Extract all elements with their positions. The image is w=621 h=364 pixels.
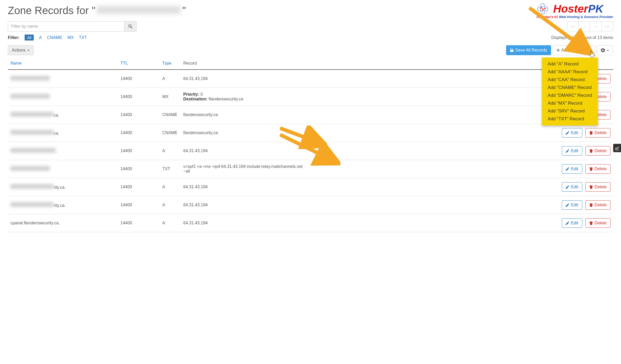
cell-type: MX bbox=[160, 88, 181, 106]
cell-ttl: 14400 bbox=[118, 214, 160, 232]
edit-button[interactable]: Edit bbox=[562, 200, 582, 210]
actions-dropdown-button[interactable]: Actions ▼ bbox=[8, 45, 34, 55]
cell-type: TXT bbox=[160, 160, 181, 178]
redacted-name bbox=[10, 166, 50, 171]
delete-button[interactable]: Delete bbox=[585, 200, 611, 210]
dropdown-item[interactable]: Add "TXT" Record bbox=[542, 115, 598, 123]
filter-input[interactable] bbox=[8, 21, 124, 32]
dropdown-item[interactable]: Add "CAA" Record bbox=[542, 76, 598, 84]
edit-button[interactable]: Edit bbox=[562, 146, 582, 156]
pager-first[interactable]: << bbox=[567, 21, 579, 31]
dropdown-item[interactable]: Add "MX" Record bbox=[542, 99, 598, 107]
table-row: 14400MXPriority: 0Destination: flanderss… bbox=[8, 88, 613, 106]
cell-type: A bbox=[160, 178, 181, 196]
svg-line-4 bbox=[131, 27, 132, 29]
cell-type: CNAME bbox=[160, 124, 181, 142]
cell-record: 64.31.43.194 bbox=[181, 70, 559, 88]
cell-ttl: 14400 bbox=[118, 142, 160, 160]
redacted-name bbox=[10, 76, 50, 81]
delete-button[interactable]: Delete bbox=[585, 164, 611, 174]
save-all-button[interactable]: Save All Records bbox=[506, 45, 551, 55]
cell-ttl: 14400 bbox=[118, 196, 160, 214]
cell-record: flanderssecurity.ca bbox=[181, 124, 559, 142]
chart-line-icon bbox=[615, 146, 619, 150]
plus-icon bbox=[557, 49, 560, 52]
svg-point-2 bbox=[540, 4, 545, 14]
filter-mx[interactable]: MX bbox=[68, 35, 74, 40]
edit-button[interactable]: Edit bbox=[562, 182, 582, 192]
redacted-name bbox=[10, 112, 54, 117]
trash-icon bbox=[589, 149, 593, 153]
table-row: .14400A64.31.43.194EditDelete bbox=[8, 142, 613, 160]
filter-txt[interactable]: TXT bbox=[79, 35, 87, 40]
pencil-icon bbox=[566, 167, 569, 171]
add-record-caret-button[interactable]: ▼ bbox=[587, 45, 595, 55]
delete-button[interactable]: Delete bbox=[585, 218, 611, 228]
dropdown-item[interactable]: Add "DMARC" Record bbox=[542, 92, 598, 99]
logo-tagline-1: Pakistan's #1 bbox=[536, 15, 558, 19]
type-filters: Filter: AllACNAMEMXTXT bbox=[8, 35, 92, 40]
redacted-name bbox=[10, 202, 54, 207]
svg-point-3 bbox=[129, 25, 131, 27]
logo-tagline-2: Web Hosting & Domains Provider bbox=[559, 15, 613, 19]
filter-a[interactable]: A bbox=[39, 35, 42, 40]
edit-button[interactable]: Edit bbox=[562, 218, 582, 228]
pencil-icon bbox=[566, 203, 569, 207]
logo: HosterPK Pakistan's #1 Web Hosting & Dom… bbox=[536, 3, 613, 19]
dropdown-item[interactable]: Add "AAAA" Record bbox=[542, 68, 598, 76]
search-icon bbox=[128, 24, 132, 29]
dropdown-item[interactable]: Add "SRV" Record bbox=[542, 107, 598, 115]
settings-button[interactable]: ▼ bbox=[597, 45, 613, 55]
caret-down-icon: ▼ bbox=[27, 49, 30, 52]
filter-all[interactable]: All bbox=[25, 35, 34, 41]
table-row: ca.14400CNAMEflanderssecurity.caEditDele… bbox=[8, 106, 613, 124]
delete-button[interactable]: Delete bbox=[585, 146, 611, 156]
cell-name bbox=[8, 88, 118, 106]
delete-button[interactable]: Delete bbox=[585, 182, 611, 192]
pencil-icon bbox=[566, 221, 569, 225]
cell-type: CNAME bbox=[160, 106, 181, 124]
cell-name: ca. bbox=[8, 124, 118, 142]
cell-name: ca. bbox=[8, 106, 118, 124]
redacted-name bbox=[10, 130, 54, 135]
col-header-type[interactable]: Type bbox=[160, 57, 181, 70]
cell-actions: EditDelete bbox=[559, 178, 613, 196]
pencil-icon bbox=[566, 131, 569, 135]
cell-type: A bbox=[160, 214, 181, 232]
cell-type: A bbox=[160, 142, 181, 160]
add-record-button[interactable]: Add Record bbox=[553, 45, 587, 55]
pager: << < > >> bbox=[567, 21, 613, 31]
page-title: Zone Records for " " bbox=[8, 5, 186, 16]
cell-record: flanderssecurity.ca bbox=[181, 106, 559, 124]
delete-button[interactable]: Delete bbox=[585, 128, 611, 138]
stats-tab[interactable] bbox=[613, 144, 621, 152]
cell-name: rity.ca. bbox=[8, 178, 118, 196]
edit-button[interactable]: Edit bbox=[562, 128, 582, 138]
table-row: 14400A64.31.43.194EditDelete bbox=[8, 70, 613, 88]
cell-record: 64.31.43.194 bbox=[181, 142, 559, 160]
pager-last[interactable]: >> bbox=[602, 21, 613, 31]
cell-actions: EditDelete bbox=[559, 214, 613, 232]
pager-prev[interactable]: < bbox=[579, 21, 590, 31]
col-header-name[interactable]: Name bbox=[8, 57, 118, 70]
logo-word-2: PK bbox=[588, 3, 603, 15]
cell-ttl: 14400 bbox=[118, 160, 160, 178]
dropdown-item[interactable]: Add "A" Record bbox=[542, 60, 598, 68]
cell-ttl: 14400 bbox=[118, 88, 160, 106]
title-prefix: Zone Records for " bbox=[8, 5, 95, 16]
gear-icon bbox=[601, 48, 605, 52]
col-header-ttl[interactable]: TTL bbox=[118, 57, 160, 70]
redacted-domain bbox=[97, 6, 181, 14]
search-button[interactable] bbox=[124, 21, 137, 32]
trash-icon bbox=[589, 203, 593, 207]
dropdown-item[interactable]: Add "CNAME" Record bbox=[542, 84, 598, 92]
pencil-icon bbox=[566, 185, 569, 189]
edit-button[interactable]: Edit bbox=[562, 164, 582, 174]
filter-cname[interactable]: CNAME bbox=[47, 35, 62, 40]
cell-actions: EditDelete bbox=[559, 124, 613, 142]
svg-rect-5 bbox=[511, 49, 513, 50]
table-row: ca.14400CNAMEflanderssecurity.caEditDele… bbox=[8, 124, 613, 142]
pager-next[interactable]: > bbox=[590, 21, 602, 31]
cell-ttl: 14400 bbox=[118, 106, 160, 124]
cell-actions: EditDelete bbox=[559, 142, 613, 160]
